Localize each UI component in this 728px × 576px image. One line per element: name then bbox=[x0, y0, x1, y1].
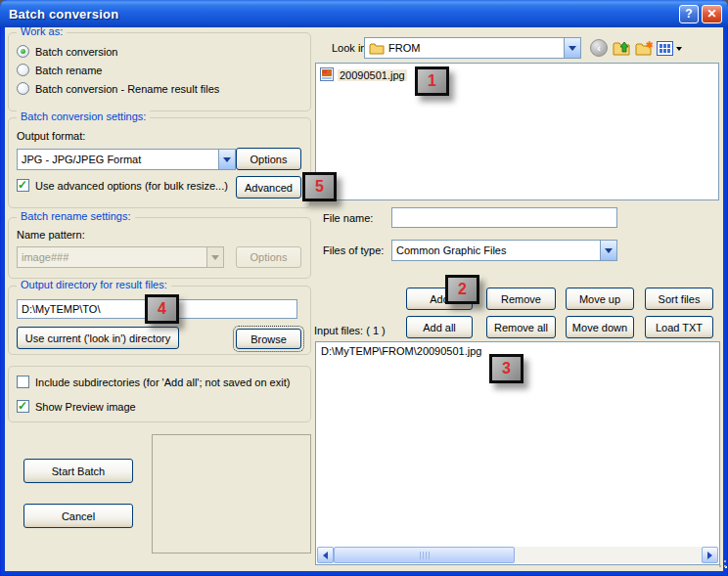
help-icon[interactable]: ? bbox=[679, 5, 699, 23]
output-format-combo[interactable]: JPG - JPG/JPEG Format bbox=[17, 149, 236, 170]
radio-label: Batch rename bbox=[35, 65, 102, 76]
radio-batch-conversion-rename[interactable]: Batch conversion - Rename result files bbox=[17, 82, 219, 95]
annotation-1: 1 bbox=[415, 66, 449, 96]
back-icon[interactable]: ‹ bbox=[590, 39, 608, 57]
rename-options-button: Options bbox=[236, 246, 301, 268]
output-directory-caption: Output directory for result files: bbox=[17, 279, 171, 290]
checkbox-icon[interactable] bbox=[17, 376, 29, 388]
new-folder-icon[interactable]: ✱ bbox=[635, 40, 654, 58]
output-format-value: JPG - JPG/JPEG Format bbox=[18, 154, 218, 165]
radio-label: Batch conversion - Rename result files bbox=[35, 83, 219, 95]
show-preview-checkbox[interactable]: Show Preview image bbox=[17, 400, 136, 413]
batch-conversion-dialog: Batch conversion ? ✕ Work as: Batch conv… bbox=[0, 0, 728, 576]
radio-icon[interactable] bbox=[17, 45, 29, 58]
format-options-button[interactable]: Options bbox=[236, 148, 301, 170]
output-format-label: Output format: bbox=[17, 130, 85, 142]
advanced-button[interactable]: Advanced bbox=[236, 176, 301, 199]
chevron-down-icon bbox=[206, 247, 223, 267]
move-down-button[interactable]: Move down bbox=[566, 316, 634, 338]
annotation-5: 5 bbox=[302, 172, 337, 201]
files-of-type-value: Common Graphic Files bbox=[392, 244, 600, 256]
conversion-settings-caption: Batch conversion settings: bbox=[17, 111, 150, 122]
preview-image-area bbox=[152, 434, 311, 554]
use-advanced-options-checkbox[interactable]: Use advanced options (for bulk resize...… bbox=[17, 179, 228, 192]
scroll-right-icon[interactable] bbox=[702, 547, 718, 563]
sort-files-button[interactable]: Sort files bbox=[645, 288, 713, 310]
cancel-button[interactable]: Cancel bbox=[23, 504, 133, 528]
name-pattern-value: image### bbox=[18, 251, 206, 263]
look-in-combo[interactable]: FROM bbox=[364, 37, 581, 59]
chevron-down-icon[interactable] bbox=[600, 241, 616, 260]
annotation-3: 3 bbox=[489, 354, 523, 383]
radio-icon[interactable] bbox=[17, 82, 29, 95]
file-name-input[interactable] bbox=[391, 207, 617, 228]
image-file-icon bbox=[320, 67, 334, 83]
remove-button[interactable]: Remove bbox=[486, 288, 556, 310]
view-menu-icon[interactable] bbox=[657, 41, 673, 56]
file-name-label: File name: bbox=[323, 212, 373, 224]
remove-all-button[interactable]: Remove all bbox=[486, 316, 556, 338]
checkbox-icon[interactable] bbox=[17, 400, 29, 413]
radio-icon[interactable] bbox=[17, 64, 29, 76]
name-pattern-combo: image### bbox=[17, 246, 224, 268]
chevron-down-icon[interactable] bbox=[564, 38, 580, 58]
up-folder-icon[interactable] bbox=[613, 40, 630, 58]
start-batch-button[interactable]: Start Batch bbox=[23, 459, 133, 483]
resize-grip[interactable] bbox=[719, 565, 721, 567]
conversion-settings-group: Batch conversion settings: Output format… bbox=[8, 117, 311, 208]
rename-settings-caption: Batch rename settings: bbox=[17, 210, 135, 222]
window-title: Batch conversion bbox=[0, 7, 118, 22]
title-bar[interactable]: Batch conversion ? ✕ bbox=[0, 0, 728, 27]
annotation-4: 4 bbox=[145, 294, 179, 324]
chevron-down-icon[interactable] bbox=[218, 150, 235, 169]
close-icon[interactable]: ✕ bbox=[702, 5, 722, 23]
folder-icon bbox=[365, 42, 385, 55]
browse-button[interactable]: Browse bbox=[236, 329, 301, 349]
checkbox-label: Show Preview image bbox=[35, 401, 136, 413]
checkbox-label: Include subdirectories (for 'Add all'; n… bbox=[35, 377, 290, 388]
checkbox-label: Use advanced options (for bulk resize...… bbox=[35, 180, 228, 192]
file-list-item[interactable]: 20090501.jpg bbox=[320, 67, 407, 83]
svg-text:✱: ✱ bbox=[646, 40, 654, 50]
use-current-directory-button[interactable]: Use current ('look in') directory bbox=[17, 327, 179, 349]
horizontal-scrollbar[interactable] bbox=[317, 547, 718, 563]
annotation-2: 2 bbox=[445, 275, 479, 304]
input-file-path[interactable]: D:\MyTEMP\FROM\20090501.jpg bbox=[321, 345, 481, 357]
file-item-label: 20090501.jpg bbox=[338, 69, 407, 81]
move-up-button[interactable]: Move up bbox=[566, 288, 634, 310]
misc-options-group: Include subdirectories (for 'Add all'; n… bbox=[8, 366, 311, 422]
include-subdirectories-checkbox[interactable]: Include subdirectories (for 'Add all'; n… bbox=[17, 376, 290, 388]
files-of-type-combo[interactable]: Common Graphic Files bbox=[391, 240, 617, 261]
scrollbar-track[interactable] bbox=[334, 547, 702, 563]
look-in-value: FROM bbox=[385, 42, 564, 54]
scrollbar-thumb[interactable] bbox=[334, 547, 515, 563]
rename-settings-group: Batch rename settings: Name pattern: ima… bbox=[8, 217, 311, 279]
checkbox-icon[interactable] bbox=[17, 179, 29, 192]
load-txt-button[interactable]: Load TXT bbox=[645, 316, 713, 338]
radio-batch-rename[interactable]: Batch rename bbox=[17, 64, 102, 76]
name-pattern-label: Name pattern: bbox=[17, 229, 85, 241]
add-all-button[interactable]: Add all bbox=[406, 316, 473, 338]
radio-label: Batch conversion bbox=[35, 46, 117, 58]
scroll-left-icon[interactable] bbox=[317, 547, 334, 563]
source-file-list[interactable]: 20090501.jpg bbox=[315, 63, 719, 200]
input-files-label: Input files: ( 1 ) bbox=[314, 325, 386, 336]
work-as-group: Work as: Batch conversion Batch rename B… bbox=[8, 32, 311, 111]
radio-batch-conversion[interactable]: Batch conversion bbox=[17, 45, 117, 58]
chevron-down-icon bbox=[676, 47, 682, 51]
files-of-type-label: Files of type: bbox=[323, 244, 384, 256]
